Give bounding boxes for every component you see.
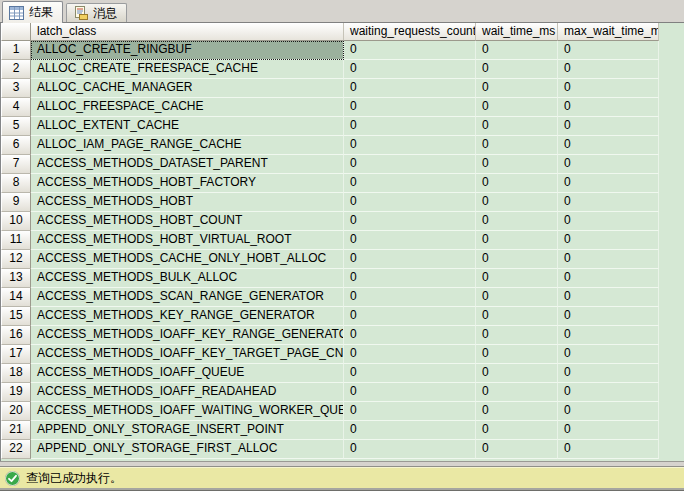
cell-waiting-requests-count[interactable]: 0	[344, 41, 476, 60]
cell-max-wait-time-ms[interactable]: 0	[558, 364, 659, 383]
cell-latch-class[interactable]: ALLOC_CREATE_FREESPACE_CACHE	[31, 60, 344, 79]
cell-max-wait-time-ms[interactable]: 0	[558, 288, 659, 307]
cell-latch-class[interactable]: ACCESS_METHODS_HOBT_FACTORY	[31, 174, 344, 193]
cell-wait-time-ms[interactable]: 0	[476, 440, 558, 459]
cell-wait-time-ms[interactable]: 0	[476, 174, 558, 193]
row-number[interactable]: 10	[1, 212, 31, 231]
cell-wait-time-ms[interactable]: 0	[476, 345, 558, 364]
cell-wait-time-ms[interactable]: 0	[476, 41, 558, 60]
cell-waiting-requests-count[interactable]: 0	[344, 250, 476, 269]
cell-latch-class[interactable]: ACCESS_METHODS_IOAFF_KEY_RANGE_GENERATOR	[31, 326, 344, 345]
cell-wait-time-ms[interactable]: 0	[476, 288, 558, 307]
cell-latch-class[interactable]: ACCESS_METHODS_DATASET_PARENT	[31, 155, 344, 174]
cell-latch-class[interactable]: ACCESS_METHODS_IOAFF_READAHEAD	[31, 383, 344, 402]
cell-latch-class[interactable]: ACCESS_METHODS_KEY_RANGE_GENERATOR	[31, 307, 344, 326]
cell-wait-time-ms[interactable]: 0	[476, 117, 558, 136]
cell-latch-class[interactable]: ACCESS_METHODS_HOBT_VIRTUAL_ROOT	[31, 231, 344, 250]
cell-wait-time-ms[interactable]: 0	[476, 421, 558, 440]
cell-max-wait-time-ms[interactable]: 0	[558, 60, 659, 79]
column-header-waiting-requests-count[interactable]: waiting_requests_count	[344, 23, 476, 41]
cell-wait-time-ms[interactable]: 0	[476, 79, 558, 98]
cell-latch-class[interactable]: APPEND_ONLY_STORAGE_INSERT_POINT	[31, 421, 344, 440]
cell-waiting-requests-count[interactable]: 0	[344, 402, 476, 421]
column-header-latch-class[interactable]: latch_class	[31, 23, 344, 41]
cell-waiting-requests-count[interactable]: 0	[344, 383, 476, 402]
cell-waiting-requests-count[interactable]: 0	[344, 440, 476, 459]
cell-latch-class[interactable]: ALLOC_CACHE_MANAGER	[31, 79, 344, 98]
row-number[interactable]: 8	[1, 174, 31, 193]
cell-waiting-requests-count[interactable]: 0	[344, 79, 476, 98]
row-number[interactable]: 17	[1, 345, 31, 364]
cell-wait-time-ms[interactable]: 0	[476, 269, 558, 288]
cell-max-wait-time-ms[interactable]: 0	[558, 383, 659, 402]
cell-latch-class[interactable]: ACCESS_METHODS_HOBT_COUNT	[31, 212, 344, 231]
cell-waiting-requests-count[interactable]: 0	[344, 193, 476, 212]
cell-max-wait-time-ms[interactable]: 0	[558, 307, 659, 326]
cell-wait-time-ms[interactable]: 0	[476, 60, 558, 79]
cell-max-wait-time-ms[interactable]: 0	[558, 269, 659, 288]
cell-max-wait-time-ms[interactable]: 0	[558, 117, 659, 136]
cell-max-wait-time-ms[interactable]: 0	[558, 440, 659, 459]
cell-max-wait-time-ms[interactable]: 0	[558, 79, 659, 98]
cell-max-wait-time-ms[interactable]: 0	[558, 345, 659, 364]
row-number[interactable]: 13	[1, 269, 31, 288]
row-number[interactable]: 20	[1, 402, 31, 421]
cell-waiting-requests-count[interactable]: 0	[344, 345, 476, 364]
cell-waiting-requests-count[interactable]: 0	[344, 212, 476, 231]
row-number[interactable]: 9	[1, 193, 31, 212]
cell-latch-class[interactable]: ACCESS_METHODS_IOAFF_WAITING_WORKER_QUEU…	[31, 402, 344, 421]
cell-wait-time-ms[interactable]: 0	[476, 326, 558, 345]
cell-waiting-requests-count[interactable]: 0	[344, 326, 476, 345]
cell-wait-time-ms[interactable]: 0	[476, 250, 558, 269]
cell-wait-time-ms[interactable]: 0	[476, 307, 558, 326]
cell-max-wait-time-ms[interactable]: 0	[558, 326, 659, 345]
cell-latch-class[interactable]: ALLOC_CREATE_RINGBUF	[31, 41, 344, 60]
row-number[interactable]: 12	[1, 250, 31, 269]
cell-waiting-requests-count[interactable]: 0	[344, 136, 476, 155]
cell-max-wait-time-ms[interactable]: 0	[558, 98, 659, 117]
cell-max-wait-time-ms[interactable]: 0	[558, 421, 659, 440]
cell-max-wait-time-ms[interactable]: 0	[558, 174, 659, 193]
cell-latch-class[interactable]: ALLOC_EXTENT_CACHE	[31, 117, 344, 136]
row-number[interactable]: 11	[1, 231, 31, 250]
row-number[interactable]: 5	[1, 117, 31, 136]
row-number[interactable]: 22	[1, 440, 31, 459]
cell-max-wait-time-ms[interactable]: 0	[558, 193, 659, 212]
cell-latch-class[interactable]: ACCESS_METHODS_BULK_ALLOC	[31, 269, 344, 288]
cell-wait-time-ms[interactable]: 0	[476, 402, 558, 421]
cell-waiting-requests-count[interactable]: 0	[344, 98, 476, 117]
row-number[interactable]: 2	[1, 60, 31, 79]
cell-latch-class[interactable]: APPEND_ONLY_STORAGE_FIRST_ALLOC	[31, 440, 344, 459]
cell-waiting-requests-count[interactable]: 0	[344, 117, 476, 136]
row-number[interactable]: 16	[1, 326, 31, 345]
column-header-max-wait-time-ms[interactable]: max_wait_time_ms	[558, 23, 659, 41]
grid-corner-cell[interactable]	[1, 23, 31, 41]
cell-max-wait-time-ms[interactable]: 0	[558, 212, 659, 231]
cell-waiting-requests-count[interactable]: 0	[344, 288, 476, 307]
tab-results[interactable]: 结果	[2, 1, 63, 23]
cell-max-wait-time-ms[interactable]: 0	[558, 231, 659, 250]
cell-max-wait-time-ms[interactable]: 0	[558, 155, 659, 174]
row-number[interactable]: 1	[1, 41, 31, 60]
cell-latch-class[interactable]: ACCESS_METHODS_SCAN_RANGE_GENERATOR	[31, 288, 344, 307]
cell-waiting-requests-count[interactable]: 0	[344, 231, 476, 250]
cell-waiting-requests-count[interactable]: 0	[344, 174, 476, 193]
cell-wait-time-ms[interactable]: 0	[476, 136, 558, 155]
cell-max-wait-time-ms[interactable]: 0	[558, 402, 659, 421]
cell-wait-time-ms[interactable]: 0	[476, 212, 558, 231]
cell-latch-class[interactable]: ALLOC_FREESPACE_CACHE	[31, 98, 344, 117]
row-number[interactable]: 6	[1, 136, 31, 155]
cell-wait-time-ms[interactable]: 0	[476, 231, 558, 250]
cell-waiting-requests-count[interactable]: 0	[344, 307, 476, 326]
column-header-wait-time-ms[interactable]: wait_time_ms	[476, 23, 558, 41]
row-number[interactable]: 14	[1, 288, 31, 307]
row-number[interactable]: 3	[1, 79, 31, 98]
cell-waiting-requests-count[interactable]: 0	[344, 421, 476, 440]
cell-wait-time-ms[interactable]: 0	[476, 193, 558, 212]
cell-waiting-requests-count[interactable]: 0	[344, 60, 476, 79]
cell-wait-time-ms[interactable]: 0	[476, 98, 558, 117]
cell-wait-time-ms[interactable]: 0	[476, 383, 558, 402]
cell-wait-time-ms[interactable]: 0	[476, 155, 558, 174]
tab-messages[interactable]: 消息	[66, 3, 127, 22]
cell-waiting-requests-count[interactable]: 0	[344, 364, 476, 383]
